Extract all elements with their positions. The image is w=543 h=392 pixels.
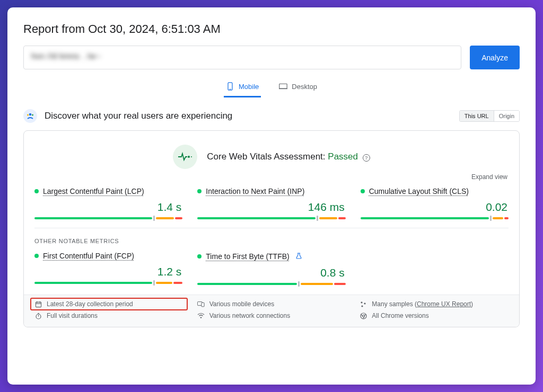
svg-point-18 — [361, 305, 363, 307]
analyze-button[interactable]: Analyze — [470, 46, 520, 69]
discover-title: Discover what your real users are experi… — [45, 111, 232, 121]
footer-devices-text: Various mobile devices — [209, 300, 275, 308]
status-dot — [197, 189, 202, 193]
report-card: Report from Oct 30, 2024, 6:51:03 AM hxn… — [7, 7, 536, 385]
stopwatch-icon — [34, 312, 42, 319]
svg-rect-2 — [279, 84, 287, 88]
footer-network-text: Various network connections — [209, 312, 291, 319]
tab-desktop[interactable]: Desktop — [277, 79, 319, 97]
metric: Cumulative Layout Shift (CLS)0.02 — [361, 187, 509, 219]
svg-line-26 — [361, 314, 363, 316]
status-dot — [34, 254, 39, 258]
desktop-icon — [279, 82, 287, 91]
metric-value: 1.2 s — [34, 265, 182, 278]
metric-header: Cumulative Layout Shift (CLS) — [361, 187, 509, 195]
assessment-row: Core Web Vitals Assessment: Passed ? — [34, 145, 509, 169]
metric-value: 0.8 s — [197, 266, 345, 279]
metric-header: Largest Contentful Paint (LCP) — [34, 187, 182, 195]
metric: First Contentful Paint (FCP)1.2 s — [34, 252, 182, 285]
metric-bar — [34, 281, 182, 284]
metric-name[interactable]: First Contentful Paint (FCP) — [43, 252, 134, 260]
metric-bar — [361, 217, 509, 219]
metric-name[interactable]: Interaction to Next Paint (INP) — [206, 187, 304, 195]
footer-network: Various network connections — [197, 312, 346, 319]
pulse-icon — [173, 145, 197, 169]
tab-mobile[interactable]: Mobile — [224, 79, 261, 97]
assessment-status: Passed — [328, 152, 358, 162]
toggle-this-url[interactable]: This URL — [460, 111, 494, 121]
other-metrics-title: OTHER NOTABLE METRICS — [34, 238, 509, 244]
footer-strip: Latest 28-day collection period Various … — [24, 295, 519, 327]
url-blurred-text: hxn //d kmns . /w-- — [31, 51, 101, 60]
url-row: hxn //d kmns . /w-- Analyze — [23, 46, 520, 69]
footer-devices: Various mobile devices — [197, 300, 346, 308]
metric-value: 1.4 s — [34, 201, 182, 213]
discover-row: Discover what your real users are experi… — [23, 109, 520, 123]
metric: Time to First Byte (TTFB)0.8 s — [197, 252, 345, 285]
chrome-ux-report-link[interactable]: Chrome UX Report — [417, 300, 471, 308]
metric-name[interactable]: Cumulative Layout Shift (CLS) — [369, 187, 469, 195]
metric-name[interactable]: Largest Contentful Paint (LCP) — [43, 187, 144, 195]
footer-samples-text: Many samples (Chrome UX Report) — [372, 300, 473, 308]
device-tabs: Mobile Desktop — [23, 79, 520, 97]
metric: Largest Contentful Paint (LCP)1.4 s — [34, 187, 182, 219]
metric-name[interactable]: Time to First Byte (TTFB) — [206, 252, 289, 261]
metric-bar — [197, 217, 345, 219]
svg-point-5 — [27, 114, 29, 115]
metric-value: 146 ms — [197, 201, 345, 213]
metric: Interaction to Next Paint (INP)146 ms — [197, 187, 345, 219]
svg-point-8 — [191, 156, 192, 157]
assessment-label: Core Web Vitals Assessment: — [207, 152, 325, 162]
footer-chrome: All Chrome versions — [360, 312, 509, 319]
svg-rect-3 — [279, 88, 287, 89]
svg-point-22 — [200, 317, 201, 318]
metric-header: Interaction to Next Paint (INP) — [197, 187, 345, 195]
mobile-icon — [226, 82, 234, 91]
chrome-icon — [360, 312, 367, 319]
wifi-icon — [197, 312, 205, 319]
tab-mobile-label: Mobile — [239, 83, 259, 91]
svg-rect-1 — [229, 89, 231, 90]
svg-point-7 — [188, 156, 190, 158]
metric-bar — [34, 217, 182, 219]
assessment-text: Core Web Vitals Assessment: Passed ? — [207, 152, 370, 162]
help-icon[interactable]: ? — [363, 154, 370, 162]
devices-icon — [197, 300, 205, 308]
footer-samples: Many samples (Chrome UX Report) — [360, 300, 509, 308]
vitals-card: Core Web Vitals Assessment: Passed ? Exp… — [23, 130, 520, 327]
metric-bar — [197, 282, 345, 285]
users-icon — [23, 109, 37, 123]
footer-collection-text: Latest 28-day collection period — [47, 300, 133, 308]
footer-chrome-text: All Chrome versions — [372, 312, 428, 319]
metric-value: 0.02 — [361, 201, 509, 213]
primary-metrics: Largest Contentful Paint (LCP)1.4 sInter… — [34, 187, 509, 228]
toggle-origin[interactable]: Origin — [494, 111, 519, 121]
flask-icon — [296, 252, 302, 261]
report-title: Report from Oct 30, 2024, 6:51:03 AM — [23, 22, 520, 36]
svg-point-17 — [364, 302, 365, 304]
footer-durations-text: Full visit durations — [47, 312, 98, 319]
status-dot — [197, 254, 202, 259]
metric-header: First Contentful Paint (FCP) — [34, 252, 182, 260]
status-dot — [34, 189, 39, 193]
svg-point-4 — [29, 113, 32, 116]
footer-collection-period: Latest 28-day collection period — [30, 298, 188, 310]
status-dot — [361, 189, 365, 193]
svg-point-16 — [361, 301, 362, 303]
metric-header: Time to First Byte (TTFB) — [197, 252, 345, 261]
tab-desktop-label: Desktop — [292, 83, 317, 91]
secondary-metrics: First Contentful Paint (FCP)1.2 sTime to… — [34, 252, 509, 295]
svg-rect-10 — [36, 302, 41, 307]
scope-toggle: This URL Origin — [459, 110, 520, 122]
svg-point-6 — [32, 114, 33, 115]
calendar-icon — [34, 300, 42, 308]
footer-durations: Full visit durations — [34, 312, 183, 319]
url-input[interactable]: hxn //d kmns . /w-- — [23, 46, 461, 69]
expand-view-link[interactable]: Expand view — [34, 173, 509, 181]
svg-rect-15 — [202, 302, 204, 306]
samples-icon — [360, 300, 367, 308]
